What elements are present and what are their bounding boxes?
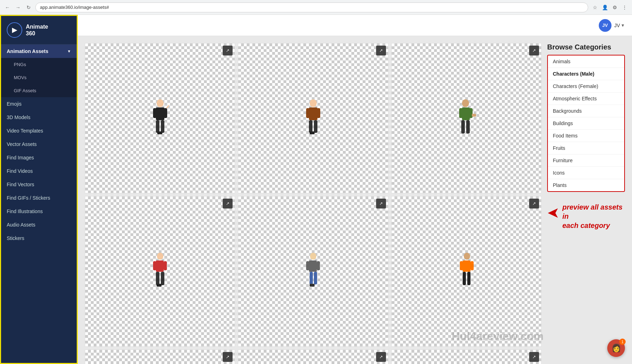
sidebar: ▶ Animate 360 Animation Assets ▼ PNGs MO… (0, 15, 78, 364)
svg-rect-1 (156, 107, 164, 120)
more-icon[interactable]: ⋮ (621, 4, 628, 11)
category-food-items[interactable]: Food Items (548, 130, 624, 142)
sidebar-item-find-vectors[interactable]: Find Vectors (1, 178, 77, 191)
svg-point-29 (310, 253, 316, 260)
category-characters-male[interactable]: Characters (Male) (548, 68, 624, 80)
svg-rect-35 (310, 284, 315, 287)
user-name[interactable]: JV (614, 23, 620, 28)
character-figure-3 (456, 99, 477, 138)
svg-rect-5 (161, 120, 164, 133)
expand-btn-1[interactable]: ↗ (223, 46, 233, 55)
svg-rect-2 (153, 108, 157, 118)
sidebar-item-pngs[interactable]: PNGs (1, 58, 77, 71)
svg-rect-23 (156, 260, 164, 272)
main-content: ↗ (78, 36, 632, 364)
category-buildings[interactable]: Buildings (548, 117, 624, 130)
user-avatar[interactable]: JV (599, 19, 611, 32)
sidebar-item-gif-assets[interactable]: GIF Assets (1, 84, 77, 97)
category-icons[interactable]: Icons (548, 167, 624, 179)
categories-panel: Browse Categories Animals Characters (Ma… (547, 43, 625, 364)
svg-rect-13 (314, 120, 317, 133)
category-backgrounds[interactable]: Backgrounds (548, 105, 624, 117)
user-dropdown-icon[interactable]: ▼ (621, 23, 625, 28)
sidebar-item-find-illustrations[interactable]: Find Illustrations (1, 205, 77, 218)
category-animals[interactable]: Animals (548, 55, 624, 68)
category-atmospheric-effects[interactable]: Atmospheric Effects (548, 93, 624, 105)
app-layout: ▶ Animate 360 Animation Assets ▼ PNGs MO… (0, 15, 632, 364)
asset-card-1: ↗ (85, 43, 235, 193)
svg-rect-4 (156, 120, 159, 133)
svg-rect-27 (161, 272, 164, 285)
card-bg-5 (238, 196, 388, 346)
expand-btn-8[interactable]: ↗ (376, 352, 386, 362)
expand-btn-5[interactable]: ↗ (376, 199, 386, 209)
svg-rect-24 (153, 261, 156, 270)
logo-text-line2: 360 (26, 30, 48, 37)
expand-btn-3[interactable]: ↗ (529, 46, 539, 55)
expand-btn-7[interactable]: ↗ (223, 352, 233, 362)
sidebar-item-find-gifs[interactable]: Find GIFs / Stickers (1, 191, 77, 205)
svg-rect-28 (157, 284, 162, 287)
svg-rect-41 (467, 272, 470, 285)
chat-widget[interactable]: 👩 1 (607, 339, 625, 357)
character-figure-6 (456, 252, 477, 291)
svg-line-7 (166, 105, 169, 108)
extensions-icon[interactable]: ⚙ (611, 4, 619, 11)
svg-rect-37 (463, 260, 470, 272)
card-bg-2 (238, 43, 388, 193)
main-area: JV JV ▼ (78, 15, 632, 364)
nav-forward[interactable]: → (14, 4, 22, 11)
character-figure-5 (303, 252, 324, 291)
annotation-text: preview all assets ineach category (562, 202, 625, 230)
asset-card-6: ↗ (391, 196, 542, 346)
svg-rect-21 (472, 114, 476, 117)
sidebar-item-3d-models[interactable]: 3D Models (1, 111, 77, 124)
sidebar-item-emojis[interactable]: Emojis (1, 97, 77, 111)
categories-box: Animals Characters (Male) Characters (Fe… (547, 55, 625, 192)
category-furniture[interactable]: Furniture (548, 154, 624, 167)
character-figure-4 (150, 252, 171, 291)
asset-card-5: ↗ (238, 196, 388, 346)
category-fruits[interactable]: Fruits (548, 142, 624, 154)
categories-title: Browse Categories (547, 43, 625, 51)
svg-rect-20 (466, 120, 470, 134)
svg-rect-10 (306, 108, 310, 118)
nav-refresh[interactable]: ↻ (25, 4, 33, 11)
expand-btn-6[interactable]: ↗ (529, 199, 539, 209)
expand-btn-2[interactable]: ↗ (376, 46, 386, 55)
logo: ▶ Animate 360 (1, 16, 77, 45)
svg-point-22 (157, 253, 163, 260)
address-bar[interactable]: app.animate360.io/image-assets# (35, 2, 588, 12)
svg-point-15 (462, 99, 469, 107)
svg-rect-30 (309, 260, 317, 272)
expand-btn-9[interactable]: ↗ (529, 352, 539, 362)
sidebar-submenu-animation: PNGs MOVs GIF Assets (1, 58, 77, 97)
browser-chrome: ← → ↻ app.animate360.io/image-assets# ☆ … (0, 0, 632, 15)
svg-rect-40 (463, 272, 466, 285)
card-bg-6 (392, 196, 541, 346)
sidebar-item-find-videos[interactable]: Find Videos (1, 164, 77, 178)
category-characters-female[interactable]: Characters (Female) (548, 80, 624, 93)
browser-toolbar: ☆ 👤 ⚙ ⋮ (591, 4, 628, 11)
sidebar-item-find-images[interactable]: Find Images (1, 151, 77, 164)
svg-point-8 (310, 99, 317, 107)
sidebar-item-audio-assets[interactable]: Audio Assets (1, 218, 77, 231)
svg-rect-16 (462, 107, 470, 120)
expand-btn-4[interactable]: ↗ (223, 199, 233, 209)
sidebar-item-stickers[interactable]: Stickers (1, 231, 77, 245)
bookmark-icon[interactable]: ☆ (591, 4, 599, 11)
profile-icon[interactable]: 👤 (601, 4, 609, 11)
card-bg-8 (238, 350, 388, 364)
top-bar: JV JV ▼ (78, 15, 632, 36)
nav-back[interactable]: ← (4, 4, 11, 11)
sidebar-item-animation-assets[interactable]: Animation Assets ▼ (1, 45, 77, 58)
sidebar-item-vector-assets[interactable]: Vector Assets (1, 137, 77, 151)
card-bg-1 (85, 43, 235, 193)
category-plants[interactable]: Plants (548, 179, 624, 191)
chat-badge: 1 (619, 339, 626, 345)
annotation-arrow-icon: ➤ (547, 205, 560, 220)
svg-rect-19 (461, 120, 465, 134)
chevron-down-icon: ▼ (67, 49, 71, 53)
sidebar-item-video-templates[interactable]: Video Templates (1, 124, 77, 137)
sidebar-item-movs[interactable]: MOVs (1, 71, 77, 84)
